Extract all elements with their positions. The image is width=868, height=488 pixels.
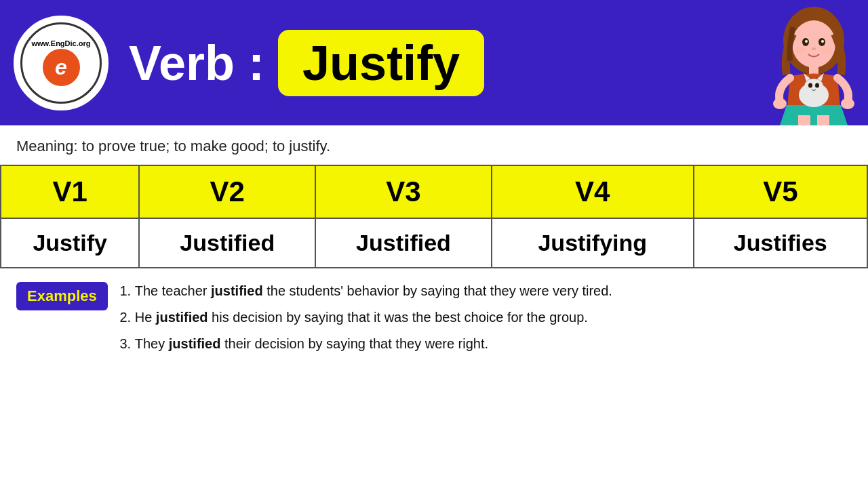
logo-inner: www.EngDic.org e xyxy=(20,22,102,104)
logo-url-top: www.EngDic.org xyxy=(32,39,91,47)
svg-point-5 xyxy=(821,40,824,43)
cell-v3: Justified xyxy=(315,218,492,268)
svg-point-6 xyxy=(812,47,816,50)
logo: www.EngDic.org e xyxy=(14,16,108,110)
bold-word-2: justified xyxy=(156,310,208,325)
header: www.EngDic.org e Verb : Justify xyxy=(0,0,868,125)
bold-word-1: justified xyxy=(211,283,263,298)
cell-v1: Justify xyxy=(1,218,139,268)
verb-table-wrapper: V1 V2 V3 V4 V5 Justify Justified Justifi… xyxy=(0,165,868,268)
svg-point-13 xyxy=(804,79,823,95)
header-title: Verb : Justify xyxy=(108,30,854,96)
svg-rect-18 xyxy=(798,115,810,125)
bold-word-3: justified xyxy=(169,336,221,351)
meaning-section: Meaning: to prove true; to make good; to… xyxy=(0,125,868,165)
col-v3: V3 xyxy=(315,165,492,218)
examples-list: The teacher justified the students' beha… xyxy=(121,281,612,360)
svg-point-1 xyxy=(792,20,835,68)
table-header-row: V1 V2 V3 V4 V5 xyxy=(1,165,867,218)
meaning-text: to prove true; to make good; to justify. xyxy=(82,138,330,155)
example-3: They justified their decision by saying … xyxy=(135,333,612,354)
cell-v5: Justifies xyxy=(694,218,867,268)
examples-section: Examples The teacher justified the stude… xyxy=(0,268,868,372)
table-data-row: Justify Justified Justified Justifying J… xyxy=(1,218,867,268)
col-v1: V1 xyxy=(1,165,139,218)
meaning-label: Meaning: xyxy=(16,138,78,155)
cell-v2: Justified xyxy=(139,218,315,268)
col-v2: V2 xyxy=(139,165,315,218)
svg-point-8 xyxy=(821,47,832,54)
cell-v4: Justifying xyxy=(492,218,694,268)
word-text: Justify xyxy=(302,35,460,91)
svg-point-7 xyxy=(795,47,806,54)
col-v4: V4 xyxy=(492,165,694,218)
verb-label: Verb xyxy=(129,35,235,91)
example-1: The teacher justified the students' beha… xyxy=(135,281,612,302)
girl-illustration xyxy=(760,0,868,125)
svg-point-4 xyxy=(805,40,808,43)
logo-e-circle: e xyxy=(43,49,80,86)
svg-point-10 xyxy=(773,98,787,109)
word-badge: Justify xyxy=(278,30,484,96)
example-2: He justified his decision by saying that… xyxy=(135,307,612,328)
girl-svg xyxy=(763,0,865,125)
logo-letter: e xyxy=(55,55,67,80)
examples-badge: Examples xyxy=(16,282,108,310)
svg-point-16 xyxy=(808,83,812,88)
colon: : xyxy=(248,35,264,91)
svg-point-17 xyxy=(815,83,819,88)
col-v5: V5 xyxy=(694,165,867,218)
svg-rect-19 xyxy=(817,115,829,125)
verb-table: V1 V2 V3 V4 V5 Justify Justified Justifi… xyxy=(0,165,868,268)
svg-point-11 xyxy=(841,98,854,109)
